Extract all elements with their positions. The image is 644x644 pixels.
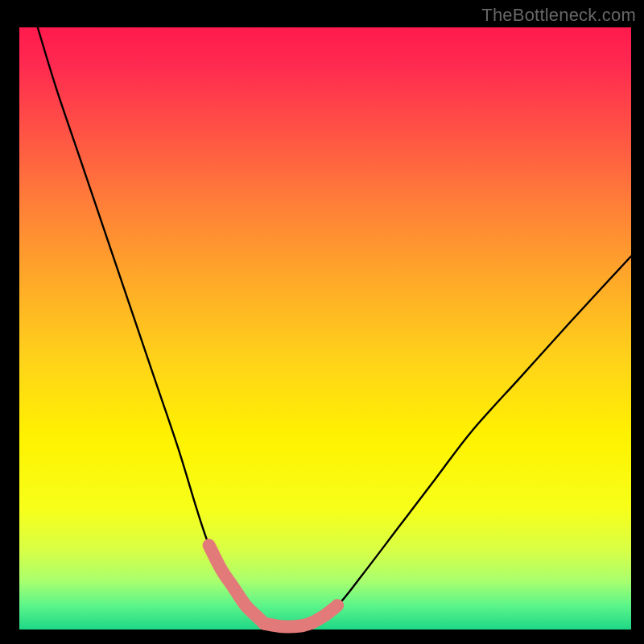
floor-highlight xyxy=(264,622,313,626)
bottleneck-plot xyxy=(0,0,644,644)
gradient-background xyxy=(19,27,631,630)
attribution-text: TheBottleneck.com xyxy=(481,5,636,26)
chart-frame: TheBottleneck.com xyxy=(0,0,644,644)
